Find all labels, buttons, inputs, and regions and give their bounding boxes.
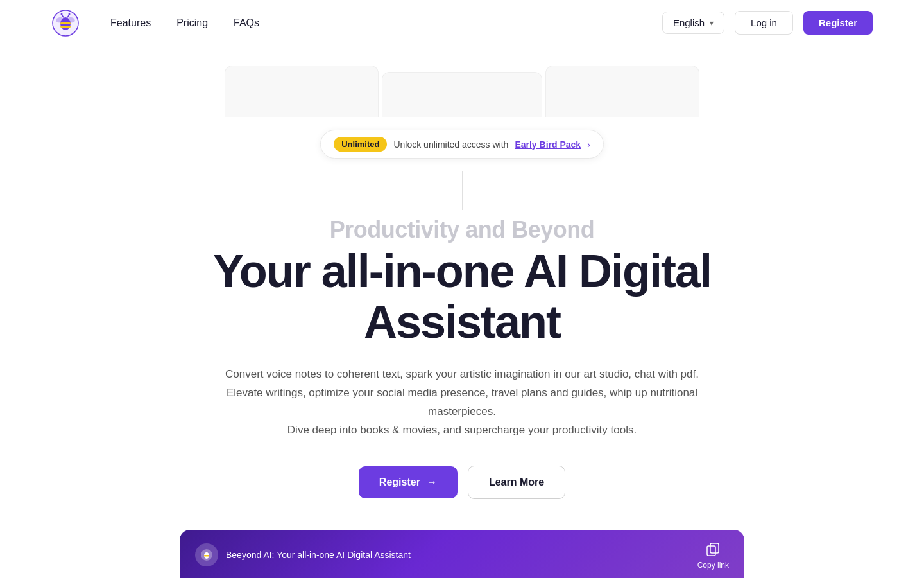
top-cards-area	[90, 46, 834, 117]
svg-rect-3	[60, 26, 71, 28]
copy-icon	[704, 540, 722, 558]
hero-desc-line3: Dive deep into books & movies, and super…	[199, 421, 725, 440]
top-card-center	[382, 72, 542, 117]
logo-icon	[51, 9, 80, 37]
svg-point-9	[69, 13, 71, 15]
hero-description: Convert voice notes to coherent text, sp…	[199, 365, 725, 440]
chevron-down-icon: ▾	[710, 19, 714, 28]
top-card-left	[225, 66, 379, 117]
navbar-right: English ▾ Log in Register	[662, 11, 873, 35]
early-bird-link[interactable]: Early Bird Pack	[515, 139, 581, 150]
center-divider	[462, 171, 463, 210]
copy-svg-icon	[706, 542, 720, 556]
svg-rect-13	[204, 556, 209, 557]
video-header-left: Beeyond AI: Your all-in-one AI Digital A…	[195, 543, 411, 566]
hero-desc-line1: Convert voice notes to coherent text, sp…	[199, 365, 725, 384]
register-hero-label: Register	[379, 477, 420, 488]
badge-text: Unlock unlimited access with	[393, 139, 508, 150]
login-button[interactable]: Log in	[735, 11, 793, 35]
nav-links: Features Pricing FAQs	[110, 17, 259, 29]
badge-unlimited-tag: Unlimited	[334, 137, 387, 152]
learn-more-button[interactable]: Learn More	[468, 466, 565, 499]
hero-title-line1: Your all-in-one AI Digital	[213, 245, 711, 297]
top-card-right	[545, 66, 699, 117]
unlimited-badge: Unlimited Unlock unlimited access with E…	[320, 130, 604, 159]
svg-rect-12	[204, 555, 209, 556]
video-section[interactable]: Beeyond AI: Your all-in-one AI Digital A…	[180, 530, 744, 578]
video-title-text: Beeyond AI: Your all-in-one AI Digital A…	[226, 550, 411, 560]
hero-subtitle: Productivity and Beyond	[330, 216, 595, 243]
navbar: Features Pricing FAQs English ▾ Log in R…	[0, 0, 924, 46]
copy-link-label: Copy link	[697, 561, 729, 570]
nav-link-features[interactable]: Features	[110, 17, 151, 29]
language-selector[interactable]: English ▾	[662, 12, 724, 34]
hero-section: Unlimited Unlock unlimited access with E…	[0, 46, 924, 578]
unlimited-badge-row: Unlimited Unlock unlimited access with E…	[320, 130, 604, 159]
svg-rect-14	[710, 543, 719, 553]
register-hero-button[interactable]: Register →	[359, 466, 458, 498]
svg-point-8	[61, 13, 63, 15]
cta-buttons: Register → Learn More	[359, 466, 565, 499]
hero-desc-line2: Elevate writings, optimize your social m…	[199, 384, 725, 421]
navbar-left: Features Pricing FAQs	[51, 9, 259, 37]
bee-avatar-icon	[200, 548, 213, 561]
register-arrow-icon: →	[427, 477, 437, 488]
hero-title: Your all-in-one AI Digital Assistant	[213, 246, 711, 347]
register-nav-button[interactable]: Register	[803, 11, 873, 35]
hero-title-line2: Assistant	[364, 296, 560, 347]
language-label: English	[673, 17, 705, 28]
nav-link-pricing[interactable]: Pricing	[176, 17, 208, 29]
svg-rect-15	[707, 546, 715, 556]
nav-link-faqs[interactable]: FAQs	[234, 17, 259, 29]
logo[interactable]	[51, 9, 80, 37]
svg-rect-2	[60, 22, 71, 24]
video-header: Beeyond AI: Your all-in-one AI Digital A…	[180, 530, 744, 578]
video-avatar	[195, 543, 218, 566]
badge-arrow-icon: ›	[587, 139, 590, 150]
copy-link-button[interactable]: Copy link	[697, 540, 729, 570]
